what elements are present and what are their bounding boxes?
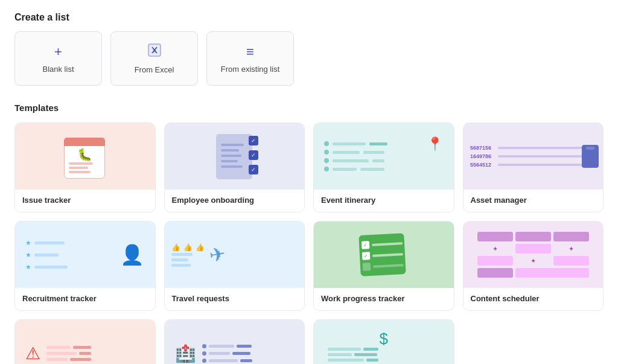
doc-illustration: ✓ ✓ ✓ — [210, 131, 258, 182]
create-section-title: Create a list — [14, 12, 604, 23]
template-card-asset-manager[interactable]: 5687156 1649786 5564512 Asset manager — [463, 123, 604, 212]
thumb-work-progress-tracker: ✓ ✓ — [314, 222, 454, 288]
dollar-icon: $ — [380, 330, 388, 348]
plane-icon: ✈ — [208, 242, 228, 267]
pin-icon: 📍 — [427, 136, 443, 152]
checkmark-2: ✓ — [249, 150, 258, 160]
from-existing-option[interactable]: ≡ From existing list — [206, 31, 294, 86]
template-card-recruitment-tracker[interactable]: ★ ★ ★ 👤 Recruitment tracker — [14, 221, 156, 311]
thumb-employee-onboarding: ✓ ✓ ✓ — [165, 123, 305, 190]
content-scheduler-label: Content scheduler — [464, 288, 604, 310]
thumb-recruitment-tracker: ★ ★ ★ 👤 — [15, 222, 155, 288]
template-card-content-scheduler[interactable]: ✦ ✦ ✦ Content scheduler — [463, 221, 604, 311]
thumb-patients: 🏥 — [165, 320, 305, 364]
event-illustration: 📍 — [324, 141, 443, 171]
recruitment-tracker-label: Recruitment tracker — [15, 288, 155, 310]
thumb-content-scheduler: ✦ ✦ ✦ — [464, 222, 604, 288]
template-card-incidents[interactable]: ⚠ Incidents — [14, 319, 156, 364]
template-card-work-progress-tracker[interactable]: ✓ ✓ Work progress tracker — [313, 221, 454, 311]
from-existing-label: From existing list — [221, 65, 280, 74]
calendar-illustration: 🐛 — [64, 134, 106, 179]
thumb-loans: $ — [314, 320, 454, 364]
content-grid-illustration: ✦ ✦ ✦ — [477, 232, 589, 278]
travel-illustration: 👍 👍 👍 ✈ — [171, 243, 297, 267]
from-excel-option[interactable]: x From Excel — [110, 31, 198, 86]
issue-tracker-label: Issue tracker — [15, 190, 155, 212]
checkmark-1: ✓ — [249, 136, 258, 145]
patients-illustration: 🏥 — [175, 343, 294, 363]
checkmark-3: ✓ — [249, 165, 258, 174]
asset-manager-label: Asset manager — [464, 190, 604, 212]
asset-illustration: 5687156 1649786 5564512 — [470, 145, 596, 168]
templates-section-title: Templates — [14, 103, 604, 113]
from-excel-label: From Excel — [135, 65, 174, 74]
template-card-patients[interactable]: 🏥 — [164, 319, 305, 364]
template-card-travel-requests[interactable]: 👍 👍 👍 ✈ Travel requests — [164, 221, 305, 311]
thumb-asset-manager: 5687156 1649786 5564512 — [464, 123, 604, 190]
event-itinerary-label: Event itinerary — [314, 190, 454, 212]
warning-icon: ⚠ — [25, 343, 40, 363]
template-card-loans[interactable]: $ — [313, 319, 454, 364]
employee-onboarding-label: Employee onboarding — [165, 190, 305, 212]
blank-list-option[interactable]: + Blank list — [14, 31, 102, 86]
travel-requests-label: Travel requests — [165, 288, 305, 310]
blank-list-icon: + — [54, 44, 62, 60]
medical-icon: 🏥 — [175, 343, 196, 363]
person-icon: 👤 — [120, 243, 144, 266]
loans-illustration: $ — [328, 337, 439, 364]
work-progress-tracker-label: Work progress tracker — [314, 288, 454, 310]
template-card-employee-onboarding[interactable]: ✓ ✓ ✓ Employee onboarding — [164, 123, 305, 212]
thumb-issue-tracker: 🐛 — [15, 123, 155, 190]
template-card-event-itinerary[interactable]: 📍 — [313, 123, 454, 212]
recruit-illustration: ★ ★ ★ 👤 — [25, 239, 144, 271]
thumb-travel-requests: 👍 👍 👍 ✈ — [165, 222, 305, 288]
create-options-container: + Blank list x From Excel ≡ From existin… — [14, 31, 604, 86]
thumb-incidents: ⚠ — [15, 320, 155, 364]
blank-list-label: Blank list — [42, 65, 74, 74]
work-tablet: ✓ ✓ — [358, 233, 406, 276]
existing-list-icon: ≡ — [246, 44, 254, 60]
template-card-issue-tracker[interactable]: 🐛 Issue tracker — [14, 123, 156, 212]
thumb-event-itinerary: 📍 — [314, 123, 454, 190]
incidents-illustration: ⚠ — [25, 343, 144, 363]
templates-grid: 🐛 Issue tracker — [14, 123, 604, 364]
work-illustration: ✓ ✓ — [360, 231, 408, 279]
excel-icon: x — [147, 43, 162, 60]
